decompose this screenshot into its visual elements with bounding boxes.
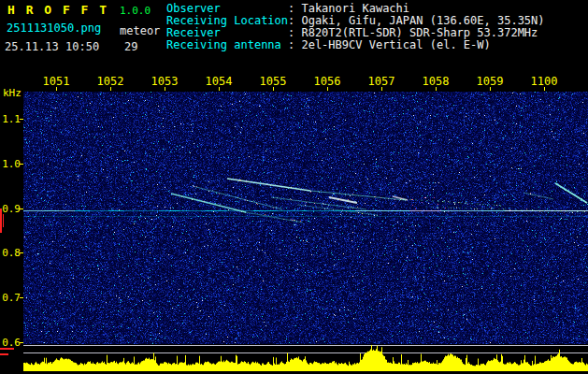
freq-tick-label: 1.1 <box>1 113 21 125</box>
info-value: : R820T2(RTL-SDR) SDR-Sharp 53.372MHz <box>288 26 538 39</box>
time-tick-mark <box>56 87 57 91</box>
time-tick-mark <box>219 87 220 91</box>
freq-tick-mark <box>20 164 23 165</box>
time-tick-mark <box>436 87 437 91</box>
red-detection-marker <box>3 214 4 227</box>
red-detection-marker <box>0 353 8 355</box>
station-info-row: Receiving antenna: 2el-HB9CV Vertical (e… <box>166 39 545 51</box>
freq-tick-mark <box>20 252 23 253</box>
station-info: Observer: Takanori KawachiReceiving Loca… <box>166 3 545 51</box>
red-detection-marker <box>0 348 14 350</box>
time-tick-label: 1056 <box>311 75 343 88</box>
output-filename: 2511131050.png <box>7 22 101 35</box>
time-tick-label: 1052 <box>94 75 126 88</box>
time-tick-mark <box>381 87 382 91</box>
time-tick-mark <box>165 87 165 91</box>
freq-unit-label: kHz <box>3 87 22 99</box>
time-tick-mark <box>110 87 111 91</box>
time-tick-label: 1054 <box>203 75 235 88</box>
freq-tick-mark <box>20 342 23 343</box>
time-tick-mark <box>273 87 274 91</box>
app-version: 1.0.0 <box>120 5 151 17</box>
freq-tick-label: 0.8 <box>1 247 21 259</box>
info-value: : 2el-HB9CV Vertical (el. E-W) <box>288 38 491 51</box>
time-tick-label: 1055 <box>257 75 289 88</box>
freq-tick-label: 0.7 <box>1 292 21 304</box>
time-tick-mark <box>544 87 545 91</box>
echo-count: 29 <box>124 40 137 53</box>
app-title: H R O F F T <box>7 3 108 17</box>
info-label: Receiving antenna <box>166 39 288 51</box>
time-tick-label: 1059 <box>474 75 506 88</box>
observation-mode-label: meteor <box>120 24 160 37</box>
time-tick-mark <box>490 87 491 91</box>
freq-tick-label: 0.9 <box>1 203 21 215</box>
spectrogram-canvas <box>23 91 588 374</box>
red-detection-marker <box>0 209 2 233</box>
freq-tick-label: 1.0 <box>1 158 21 170</box>
time-tick-label: 1100 <box>528 75 560 88</box>
timestamp: 25.11.13 10:50 <box>5 40 99 53</box>
hrofft-window: H R O F F T 1.0.0 2511131050.png meteor … <box>0 0 588 374</box>
info-value: : Takanori Kawachi <box>288 2 409 15</box>
freq-tick-mark <box>20 297 23 298</box>
freq-tick-mark <box>20 209 23 209</box>
time-tick-mark <box>327 87 328 91</box>
info-value: : Ogaki, Gifu, JAPAN (136.60E, 35.35N) <box>288 14 545 27</box>
freq-tick-mark <box>20 119 23 120</box>
time-tick-label: 1058 <box>420 75 452 88</box>
time-tick-label: 1053 <box>149 75 180 88</box>
time-tick-label: 1057 <box>366 75 397 88</box>
time-tick-label: 1051 <box>40 75 72 88</box>
